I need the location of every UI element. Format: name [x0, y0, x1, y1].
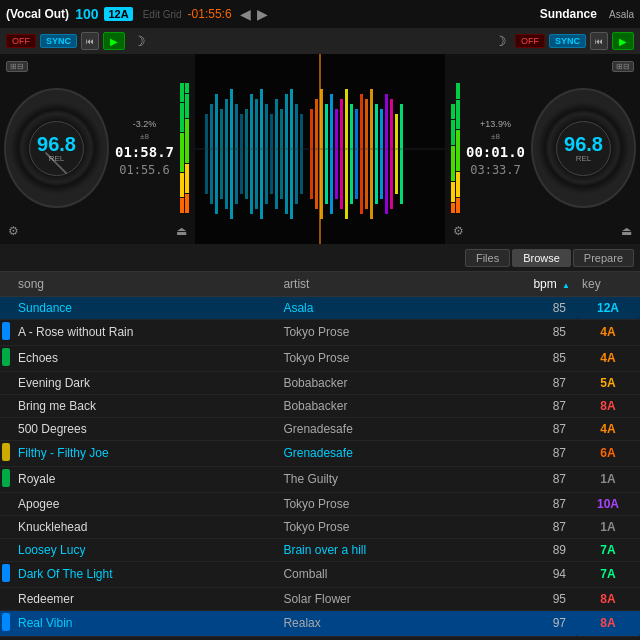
right-play-btn[interactable]: ▶ [612, 32, 634, 50]
left-sync-btn[interactable]: SYNC [40, 34, 77, 48]
right-off-btn[interactable]: OFF [515, 34, 545, 48]
left-time1: 01:58.7 [115, 144, 174, 160]
row-song[interactable]: Apogee [12, 492, 277, 515]
left-eject-icon[interactable]: ⏏ [176, 224, 187, 238]
row-indicator [0, 515, 12, 538]
left-pitch-knob[interactable]: ☽ [133, 33, 146, 49]
th-artist[interactable]: artist [277, 272, 474, 296]
track-table-container[interactable]: song artist bpm ▲ key SundanceAsala8512A… [0, 272, 640, 640]
right-tape-row: ⊞⊟ [449, 58, 636, 74]
svg-rect-15 [270, 114, 273, 194]
row-song[interactable]: Knucklehead [12, 515, 277, 538]
row-bpm: 97 [475, 636, 576, 640]
left-tape-icon[interactable]: ⊞⊟ [6, 61, 28, 72]
right-prev-btn[interactable]: ⏮ [590, 32, 608, 50]
row-song[interactable]: Dark Of The Light [12, 561, 277, 587]
right-settings-icon[interactable]: ⚙ [453, 224, 464, 238]
table-row[interactable]: Dark Of The LightComball947A [0, 561, 640, 587]
left-prev-btn[interactable]: ⏮ [81, 32, 99, 50]
row-key: 8A [576, 610, 640, 636]
row-song[interactable]: Loosey Lucy [12, 538, 277, 561]
row-key: 11A [576, 636, 640, 640]
svg-rect-29 [345, 89, 348, 219]
left-track-key: 12A [104, 7, 132, 21]
row-song[interactable]: Lights Out [12, 636, 277, 640]
top-bar: (Vocal Out) 100 12A Edit Grid -01:55:6 ◀… [0, 0, 640, 28]
tab-files[interactable]: Files [465, 249, 510, 267]
table-row[interactable]: Filthy - Filthy JoeGrenadesafe876A [0, 440, 640, 466]
row-song[interactable]: Real Vibin [12, 610, 277, 636]
svg-rect-28 [340, 99, 343, 209]
row-song[interactable]: Royale [12, 466, 277, 492]
th-song[interactable]: song [12, 272, 277, 296]
svg-rect-17 [280, 109, 283, 199]
row-bpm: 87 [475, 515, 576, 538]
right-eject-icon[interactable]: ⏏ [621, 224, 632, 238]
left-vinyl[interactable]: 96.8 REL [4, 88, 109, 208]
left-settings-icon[interactable]: ⚙ [8, 224, 19, 238]
table-row[interactable]: EchoesTokyo Prose854A [0, 345, 640, 371]
right-tape-icon[interactable]: ⊞⊟ [612, 61, 634, 72]
table-row[interactable]: KnuckleheadTokyo Prose871A [0, 515, 640, 538]
table-row[interactable]: Evening DarkBobabacker875A [0, 371, 640, 394]
row-key: 5A [576, 371, 640, 394]
row-bpm: 94 [475, 561, 576, 587]
left-off-btn[interactable]: OFF [6, 34, 36, 48]
row-indicator [0, 319, 12, 345]
svg-rect-34 [370, 89, 373, 219]
svg-rect-30 [350, 104, 353, 204]
bottom-area: Files Browse Prepare song artist bpm ▲ k… [0, 244, 640, 640]
th-key[interactable]: key [576, 272, 640, 296]
table-row[interactable]: Bring me BackBobabacker878A [0, 394, 640, 417]
right-vinyl[interactable]: 96.8 REL [531, 88, 636, 208]
left-pitch-pct: -3.2% [133, 119, 157, 129]
svg-rect-40 [400, 104, 403, 204]
svg-rect-27 [335, 109, 338, 199]
row-artist: Tokyo Prose [277, 345, 474, 371]
left-nav-prev[interactable]: ◀ [240, 6, 251, 22]
row-indicator [0, 636, 12, 640]
waveform-svg [195, 54, 445, 244]
row-song[interactable]: Sundance [12, 296, 277, 319]
row-song[interactable]: Filthy - Filthy Joe [12, 440, 277, 466]
table-row[interactable]: Loosey LucyBrain over a hill897A [0, 538, 640, 561]
svg-rect-16 [275, 99, 278, 209]
row-song[interactable]: Bring me Back [12, 394, 277, 417]
tab-browse[interactable]: Browse [512, 249, 571, 267]
svg-rect-21 [300, 114, 303, 194]
row-song[interactable]: Echoes [12, 345, 277, 371]
table-row[interactable]: RoyaleThe Guilty871A [0, 466, 640, 492]
row-bpm: 87 [475, 394, 576, 417]
right-track-artist: Asala [609, 9, 634, 20]
right-deck-inner: +13.9% ±8 00:01.0 03:33.7 96.8 REL [449, 74, 636, 222]
left-edit-grid[interactable]: Edit Grid [143, 9, 182, 20]
row-key: 1A [576, 466, 640, 492]
table-row[interactable]: SundanceAsala8512A [0, 296, 640, 319]
row-song[interactable]: A - Rose without Rain [12, 319, 277, 345]
table-row[interactable]: ApogeeTokyo Prose8710A [0, 492, 640, 515]
table-row[interactable]: Real VibinRealax978A [0, 610, 640, 636]
center-waveform [195, 54, 445, 244]
th-bpm[interactable]: bpm ▲ [475, 272, 576, 296]
right-vinyl-label: 96.8 REL [556, 121, 611, 176]
table-row[interactable]: 500 DegreesGrenadesafe874A [0, 417, 640, 440]
row-song[interactable]: Redeemer [12, 587, 277, 610]
svg-rect-26 [330, 94, 333, 214]
track-table: song artist bpm ▲ key SundanceAsala8512A… [0, 272, 640, 640]
row-bpm: 89 [475, 538, 576, 561]
left-nav-next[interactable]: ▶ [257, 6, 268, 22]
table-row[interactable]: RedeemerSolar Flower958A [0, 587, 640, 610]
row-bpm: 87 [475, 440, 576, 466]
table-row[interactable]: A - Rose without RainTokyo Prose854A [0, 319, 640, 345]
row-bpm: 85 [475, 345, 576, 371]
row-song[interactable]: Evening Dark [12, 371, 277, 394]
table-row[interactable]: Lights OutSolar Flower9711A [0, 636, 640, 640]
row-key: 12A [576, 296, 640, 319]
tab-prepare[interactable]: Prepare [573, 249, 634, 267]
right-pitch-knob[interactable]: ☽ [494, 33, 507, 49]
right-sync-btn[interactable]: SYNC [549, 34, 586, 48]
row-song[interactable]: 500 Degrees [12, 417, 277, 440]
svg-rect-22 [310, 109, 313, 199]
row-key: 6A [576, 440, 640, 466]
left-play-btn[interactable]: ▶ [103, 32, 125, 50]
